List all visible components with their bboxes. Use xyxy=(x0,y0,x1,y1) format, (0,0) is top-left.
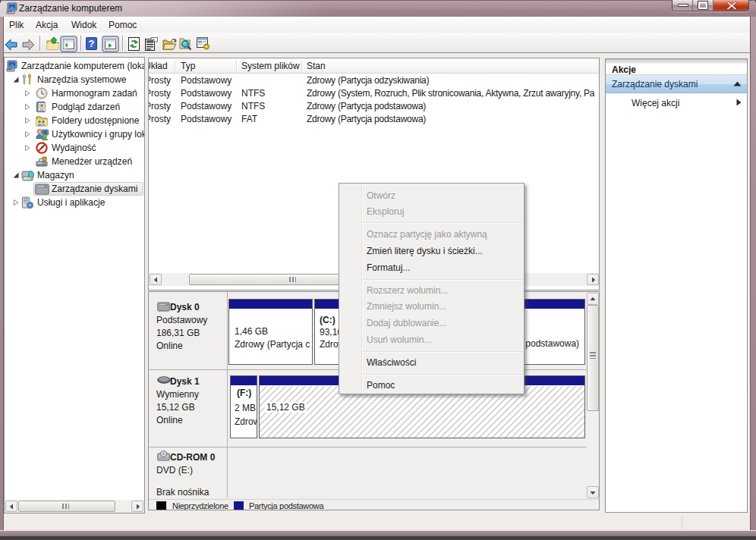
svg-text:?: ? xyxy=(89,38,95,49)
